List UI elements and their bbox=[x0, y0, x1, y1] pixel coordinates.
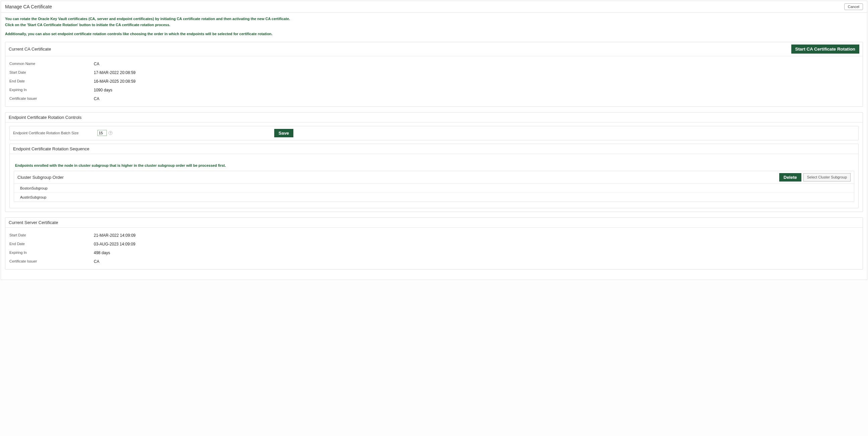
label-expiring-in: Expiring In bbox=[9, 88, 94, 92]
value-start-date: 17-MAR-2022 20:08:59 bbox=[94, 70, 135, 75]
current-server-panel: Current Server Certificate Start Date 21… bbox=[5, 217, 863, 270]
label-end-date: End Date bbox=[9, 79, 94, 84]
rotation-controls-panel: Endpoint Certificate Rotation Controls E… bbox=[5, 112, 863, 212]
value-expiring-in: 1090 days bbox=[94, 88, 112, 92]
help-icon[interactable]: ? bbox=[108, 131, 113, 135]
cluster-order-header: Cluster Subgroup Order Delete Select Clu… bbox=[14, 171, 854, 184]
rotation-controls-header: Endpoint Certificate Rotation Controls bbox=[5, 113, 863, 123]
kv-row: End Date 03-AUG-2023 14:09:09 bbox=[9, 240, 859, 248]
label-server-end-date: End Date bbox=[9, 242, 94, 246]
cancel-button[interactable]: Cancel bbox=[844, 3, 863, 10]
rotation-controls-title: Endpoint Certificate Rotation Controls bbox=[9, 115, 82, 120]
save-button[interactable]: Save bbox=[274, 129, 293, 137]
cluster-order-buttons: Delete Select Cluster Subgroup bbox=[779, 173, 850, 182]
current-ca-body: Common Name CA Start Date 17-MAR-2022 20… bbox=[5, 56, 863, 106]
page-title: Manage CA Certificate bbox=[5, 4, 52, 9]
start-ca-rotation-button[interactable]: Start CA Certificate Rotation bbox=[791, 44, 859, 54]
value-common-name: CA bbox=[94, 62, 99, 66]
label-issuer: Certificate Issuer bbox=[9, 96, 94, 101]
intro-block: You can rotate the Oracle Key Vault cert… bbox=[5, 16, 863, 37]
current-server-body: Start Date 21-MAR-2022 14:09:09 End Date… bbox=[5, 228, 863, 269]
sequence-note: Endpoints enrolled with the node in clus… bbox=[15, 163, 854, 167]
label-server-start-date: Start Date bbox=[9, 233, 94, 238]
value-server-expiring-in: 498 days bbox=[94, 250, 110, 255]
rotation-sequence-panel: Endpoint Certificate Rotation Sequence E… bbox=[9, 144, 859, 208]
batch-panel: Endpoint Certificate Rotation Batch Size… bbox=[9, 126, 859, 140]
value-server-start-date: 21-MAR-2022 14:09:09 bbox=[94, 233, 135, 238]
kv-row: Start Date 21-MAR-2022 14:09:09 bbox=[9, 231, 859, 240]
select-cluster-subgroup-button[interactable]: Select Cluster Subgroup bbox=[803, 173, 850, 182]
value-server-end-date: 03-AUG-2023 14:09:09 bbox=[94, 242, 135, 246]
label-common-name: Common Name bbox=[9, 62, 94, 66]
cluster-order-panel: Cluster Subgroup Order Delete Select Clu… bbox=[14, 171, 854, 202]
label-server-expiring-in: Expiring In bbox=[9, 250, 94, 255]
batch-row: Endpoint Certificate Rotation Batch Size… bbox=[10, 126, 858, 140]
value-server-issuer: CA bbox=[94, 259, 99, 264]
label-server-issuer: Certificate Issuer bbox=[9, 259, 94, 264]
value-issuer: CA bbox=[94, 96, 99, 101]
page-container: Manage CA Certificate Cancel You can rot… bbox=[1, 1, 867, 280]
current-ca-title: Current CA Certificate bbox=[9, 46, 51, 52]
rotation-sequence-header: Endpoint Certificate Rotation Sequence bbox=[10, 144, 858, 154]
cluster-order-list: BostonSubgroup AustinSubgroup bbox=[14, 184, 854, 201]
kv-row: Certificate Issuer CA bbox=[9, 257, 859, 266]
kv-row: End Date 16-MAR-2025 20:08:59 bbox=[9, 77, 859, 86]
current-server-header: Current Server Certificate bbox=[5, 218, 863, 228]
label-start-date: Start Date bbox=[9, 70, 94, 75]
page-header: Manage CA Certificate Cancel bbox=[1, 1, 867, 13]
value-end-date: 16-MAR-2025 20:08:59 bbox=[94, 79, 135, 84]
kv-row: Expiring In 1090 days bbox=[9, 86, 859, 94]
intro-line-3: Additionally, you can also set endpoint … bbox=[5, 31, 863, 37]
rotation-sequence-title: Endpoint Certificate Rotation Sequence bbox=[13, 146, 89, 151]
intro-line-1: You can rotate the Oracle Key Vault cert… bbox=[5, 16, 863, 22]
kv-row: Expiring In 498 days bbox=[9, 248, 859, 257]
batch-size-input[interactable] bbox=[97, 130, 107, 136]
kv-row: Certificate Issuer CA bbox=[9, 94, 859, 103]
kv-row: Common Name CA bbox=[9, 60, 859, 68]
intro-line-2: Click on the 'Start CA Certificate Rotat… bbox=[5, 22, 863, 28]
current-ca-header: Current CA Certificate Start CA Certific… bbox=[5, 42, 863, 56]
kv-row: Start Date 17-MAR-2022 20:08:59 bbox=[9, 68, 859, 77]
page-content: You can rotate the Oracle Key Vault cert… bbox=[1, 13, 867, 280]
cluster-order-title: Cluster Subgroup Order bbox=[18, 175, 64, 180]
current-ca-panel: Current CA Certificate Start CA Certific… bbox=[5, 42, 863, 107]
delete-button[interactable]: Delete bbox=[779, 173, 801, 182]
list-item[interactable]: BostonSubgroup bbox=[14, 184, 854, 193]
rotation-controls-body: Endpoint Certificate Rotation Batch Size… bbox=[5, 123, 863, 212]
rotation-sequence-body: Endpoints enrolled with the node in clus… bbox=[10, 154, 858, 208]
list-item[interactable]: AustinSubgroup bbox=[14, 193, 854, 201]
batch-size-label: Endpoint Certificate Rotation Batch Size bbox=[13, 131, 97, 135]
current-server-title: Current Server Certificate bbox=[9, 220, 58, 225]
